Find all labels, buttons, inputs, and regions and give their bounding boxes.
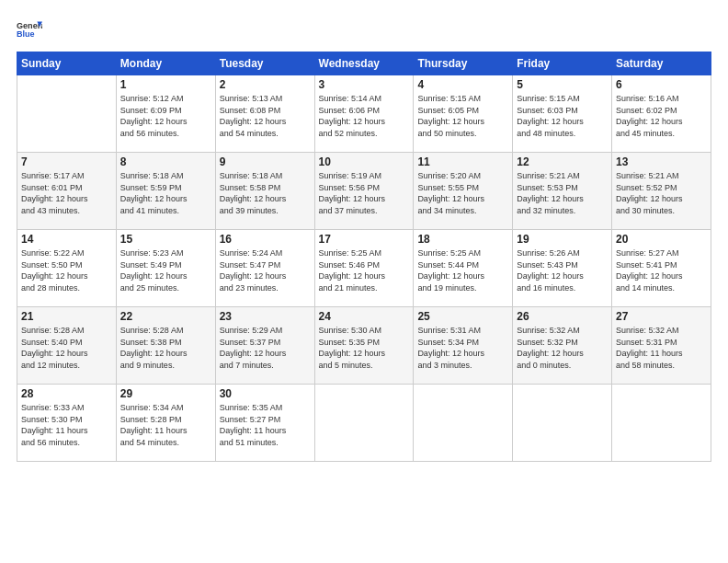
day-info: Sunrise: 5:21 AM Sunset: 5:53 PM Dayligh…: [517, 170, 608, 216]
calendar-cell: 13Sunrise: 5:21 AM Sunset: 5:52 PM Dayli…: [612, 153, 711, 230]
day-number: 20: [616, 233, 707, 246]
day-number: 25: [417, 310, 508, 323]
day-info: Sunrise: 5:22 AM Sunset: 5:50 PM Dayligh…: [21, 247, 112, 293]
calendar-cell: 1Sunrise: 5:12 AM Sunset: 6:09 PM Daylig…: [116, 75, 215, 153]
calendar-cell: 21Sunrise: 5:28 AM Sunset: 5:40 PM Dayli…: [17, 307, 117, 385]
day-number: 26: [517, 310, 608, 323]
calendar-cell: 23Sunrise: 5:29 AM Sunset: 5:37 PM Dayli…: [215, 307, 314, 385]
calendar-cell: 6Sunrise: 5:16 AM Sunset: 6:02 PM Daylig…: [612, 75, 711, 153]
day-info: Sunrise: 5:25 AM Sunset: 5:46 PM Dayligh…: [319, 247, 410, 293]
calendar-cell: 29Sunrise: 5:34 AM Sunset: 5:28 PM Dayli…: [116, 385, 215, 462]
calendar-cell: 11Sunrise: 5:20 AM Sunset: 5:55 PM Dayli…: [414, 153, 513, 230]
calendar-cell: [314, 385, 414, 462]
day-number: 16: [220, 233, 311, 246]
calendar-cell: 12Sunrise: 5:21 AM Sunset: 5:53 PM Dayli…: [513, 153, 612, 230]
day-number: 6: [616, 78, 707, 91]
calendar-cell: 24Sunrise: 5:30 AM Sunset: 5:35 PM Dayli…: [314, 307, 414, 385]
week-row-5: 28Sunrise: 5:33 AM Sunset: 5:30 PM Dayli…: [17, 385, 711, 462]
calendar-cell: 9Sunrise: 5:18 AM Sunset: 5:58 PM Daylig…: [215, 153, 314, 230]
day-number: 11: [417, 155, 508, 168]
day-number: 17: [319, 233, 410, 246]
day-info: Sunrise: 5:30 AM Sunset: 5:35 PM Dayligh…: [319, 325, 410, 371]
calendar-cell: 8Sunrise: 5:18 AM Sunset: 5:59 PM Daylig…: [116, 153, 215, 230]
day-header-saturday: Saturday: [612, 52, 711, 75]
day-info: Sunrise: 5:32 AM Sunset: 5:32 PM Dayligh…: [517, 325, 608, 371]
week-row-4: 21Sunrise: 5:28 AM Sunset: 5:40 PM Dayli…: [17, 307, 711, 385]
day-info: Sunrise: 5:12 AM Sunset: 6:09 PM Dayligh…: [120, 93, 211, 139]
calendar-cell: 28Sunrise: 5:33 AM Sunset: 5:30 PM Dayli…: [17, 385, 117, 462]
calendar-cell: [612, 385, 711, 462]
calendar-cell: 25Sunrise: 5:31 AM Sunset: 5:34 PM Dayli…: [414, 307, 513, 385]
week-row-3: 14Sunrise: 5:22 AM Sunset: 5:50 PM Dayli…: [17, 230, 711, 307]
logo: General Blue: [17, 17, 46, 42]
day-number: 2: [220, 78, 311, 91]
day-number: 18: [417, 233, 508, 246]
day-info: Sunrise: 5:19 AM Sunset: 5:56 PM Dayligh…: [319, 170, 410, 216]
day-number: 24: [319, 310, 410, 323]
day-number: 15: [120, 233, 211, 246]
day-number: 8: [120, 155, 211, 168]
day-number: 27: [616, 310, 707, 323]
day-number: 30: [220, 387, 311, 400]
day-number: 9: [220, 155, 311, 168]
day-number: 23: [220, 310, 311, 323]
page-header: General Blue: [17, 17, 711, 42]
day-info: Sunrise: 5:26 AM Sunset: 5:43 PM Dayligh…: [517, 247, 608, 293]
day-number: 21: [21, 310, 112, 323]
day-info: Sunrise: 5:15 AM Sunset: 6:03 PM Dayligh…: [517, 93, 608, 139]
day-info: Sunrise: 5:32 AM Sunset: 5:31 PM Dayligh…: [616, 325, 707, 371]
day-info: Sunrise: 5:34 AM Sunset: 5:28 PM Dayligh…: [120, 402, 211, 448]
logo-icon: General Blue: [17, 17, 42, 42]
day-info: Sunrise: 5:14 AM Sunset: 6:06 PM Dayligh…: [319, 93, 410, 139]
day-info: Sunrise: 5:17 AM Sunset: 6:01 PM Dayligh…: [21, 170, 112, 216]
calendar-cell: 22Sunrise: 5:28 AM Sunset: 5:38 PM Dayli…: [116, 307, 215, 385]
day-info: Sunrise: 5:27 AM Sunset: 5:41 PM Dayligh…: [616, 247, 707, 293]
day-number: 3: [319, 78, 410, 91]
day-number: 19: [517, 233, 608, 246]
calendar-cell: [513, 385, 612, 462]
day-info: Sunrise: 5:18 AM Sunset: 5:59 PM Dayligh…: [120, 170, 211, 216]
day-info: Sunrise: 5:21 AM Sunset: 5:52 PM Dayligh…: [616, 170, 707, 216]
day-number: 10: [319, 155, 410, 168]
day-info: Sunrise: 5:33 AM Sunset: 5:30 PM Dayligh…: [21, 402, 112, 448]
day-info: Sunrise: 5:24 AM Sunset: 5:47 PM Dayligh…: [220, 247, 311, 293]
calendar-table: SundayMondayTuesdayWednesdayThursdayFrid…: [17, 52, 711, 462]
calendar-cell: [414, 385, 513, 462]
day-header-monday: Monday: [116, 52, 215, 75]
calendar-cell: 27Sunrise: 5:32 AM Sunset: 5:31 PM Dayli…: [612, 307, 711, 385]
day-info: Sunrise: 5:31 AM Sunset: 5:34 PM Dayligh…: [417, 325, 508, 371]
day-info: Sunrise: 5:35 AM Sunset: 5:27 PM Dayligh…: [220, 402, 311, 448]
calendar-cell: 30Sunrise: 5:35 AM Sunset: 5:27 PM Dayli…: [215, 385, 314, 462]
calendar-cell: 17Sunrise: 5:25 AM Sunset: 5:46 PM Dayli…: [314, 230, 414, 307]
day-header-tuesday: Tuesday: [215, 52, 314, 75]
header-row: SundayMondayTuesdayWednesdayThursdayFrid…: [17, 52, 711, 75]
calendar-cell: 7Sunrise: 5:17 AM Sunset: 6:01 PM Daylig…: [17, 153, 117, 230]
day-info: Sunrise: 5:23 AM Sunset: 5:49 PM Dayligh…: [120, 247, 211, 293]
day-info: Sunrise: 5:18 AM Sunset: 5:58 PM Dayligh…: [220, 170, 311, 216]
calendar-cell: 10Sunrise: 5:19 AM Sunset: 5:56 PM Dayli…: [314, 153, 414, 230]
calendar-cell: 19Sunrise: 5:26 AM Sunset: 5:43 PM Dayli…: [513, 230, 612, 307]
day-number: 28: [21, 387, 112, 400]
day-header-wednesday: Wednesday: [314, 52, 414, 75]
day-number: 1: [120, 78, 211, 91]
calendar-cell: 16Sunrise: 5:24 AM Sunset: 5:47 PM Dayli…: [215, 230, 314, 307]
day-header-sunday: Sunday: [17, 52, 117, 75]
calendar-cell: 2Sunrise: 5:13 AM Sunset: 6:08 PM Daylig…: [215, 75, 314, 153]
calendar-cell: 20Sunrise: 5:27 AM Sunset: 5:41 PM Dayli…: [612, 230, 711, 307]
calendar-cell: [17, 75, 117, 153]
week-row-2: 7Sunrise: 5:17 AM Sunset: 6:01 PM Daylig…: [17, 153, 711, 230]
day-info: Sunrise: 5:20 AM Sunset: 5:55 PM Dayligh…: [417, 170, 508, 216]
calendar-cell: 5Sunrise: 5:15 AM Sunset: 6:03 PM Daylig…: [513, 75, 612, 153]
day-info: Sunrise: 5:25 AM Sunset: 5:44 PM Dayligh…: [417, 247, 508, 293]
day-info: Sunrise: 5:16 AM Sunset: 6:02 PM Dayligh…: [616, 93, 707, 139]
calendar-cell: 18Sunrise: 5:25 AM Sunset: 5:44 PM Dayli…: [414, 230, 513, 307]
day-info: Sunrise: 5:13 AM Sunset: 6:08 PM Dayligh…: [220, 93, 311, 139]
day-info: Sunrise: 5:29 AM Sunset: 5:37 PM Dayligh…: [220, 325, 311, 371]
day-header-thursday: Thursday: [414, 52, 513, 75]
calendar-cell: 4Sunrise: 5:15 AM Sunset: 6:05 PM Daylig…: [414, 75, 513, 153]
day-number: 29: [120, 387, 211, 400]
calendar-cell: 3Sunrise: 5:14 AM Sunset: 6:06 PM Daylig…: [314, 75, 414, 153]
day-number: 5: [517, 78, 608, 91]
calendar-cell: 14Sunrise: 5:22 AM Sunset: 5:50 PM Dayli…: [17, 230, 117, 307]
day-number: 22: [120, 310, 211, 323]
